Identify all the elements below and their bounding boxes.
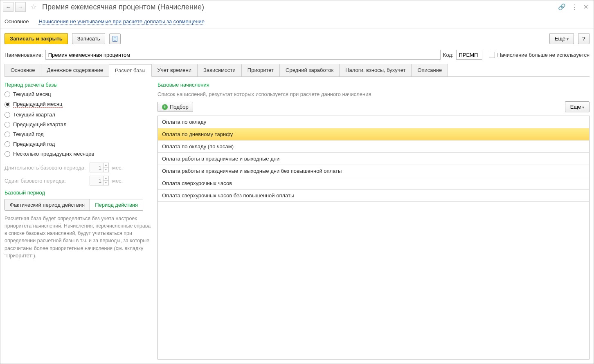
tab-description[interactable]: Описание — [411, 64, 448, 76]
tab-deps[interactable]: Зависимости — [197, 64, 242, 76]
nav-forward-button[interactable]: → — [15, 2, 26, 12]
radio-current-year[interactable]: Текущий год — [4, 131, 152, 137]
list-item[interactable]: Оплата по дневному тарифу — [158, 128, 589, 141]
nav-tab-main[interactable]: Основное — [4, 16, 29, 29]
inner-tabs: Основное Денежное содержание Расчет базы… — [4, 64, 590, 77]
close-icon[interactable]: ✕ — [583, 3, 589, 11]
spinner-up-icon[interactable]: ▲ — [104, 176, 108, 181]
select-button-label: Подбор — [170, 104, 189, 110]
link-icon[interactable]: 🔗 — [558, 3, 566, 11]
spinner-buttons: ▲ ▼ — [103, 163, 108, 172]
radio-icon — [4, 112, 10, 118]
radio-label: Текущий квартал — [13, 112, 55, 118]
save-close-button[interactable]: Записать и закрыть — [4, 33, 68, 44]
spinner-down-icon[interactable]: ▼ — [104, 181, 108, 185]
content-area: Период расчета базы Текущий месяц Предыд… — [0, 77, 594, 364]
list-item[interactable]: Оплата по окладу (по часам) — [158, 141, 589, 153]
period-radio-group: Текущий месяц Предыдущий месяц Текущий к… — [4, 91, 152, 157]
tab-priority[interactable]: Приоритет — [241, 64, 280, 76]
list-item[interactable]: Оплата по окладу — [158, 116, 589, 128]
window: ← → ☆ Премия ежемесячная процентом (Начи… — [0, 0, 594, 364]
accruals-list: Оплата по окладу Оплата по дневному тари… — [158, 116, 590, 360]
nav-back-button[interactable]: ← — [3, 2, 14, 12]
duration-spinner[interactable]: ▲ ▼ — [90, 163, 109, 172]
no-longer-used-checkbox[interactable]: Начисление больше не используется — [489, 52, 590, 58]
code-input[interactable] — [456, 50, 482, 60]
radio-several-months[interactable]: Несколько предыдущих месяцев — [4, 151, 152, 157]
list-item[interactable]: Оплата работы в праздничные и выходные д… — [158, 153, 589, 165]
titlebar: ← → ☆ Премия ежемесячная процентом (Начи… — [0, 0, 594, 13]
document-icon — [112, 36, 117, 42]
name-input[interactable] — [45, 50, 441, 60]
select-button[interactable]: + Подбор — [158, 102, 193, 112]
offset-spinner[interactable]: ▲ ▼ — [90, 176, 109, 185]
radio-icon — [4, 92, 10, 97]
radio-label: Несколько предыдущих месяцев — [13, 151, 94, 157]
checkbox-icon — [489, 52, 495, 58]
help-button[interactable]: ? — [578, 33, 590, 44]
duration-unit: мес. — [112, 165, 123, 171]
tab-avg-earning[interactable]: Средний заработок — [279, 64, 340, 76]
radio-label: Предыдущий квартал — [13, 121, 67, 127]
list-item[interactable]: Оплата работы в праздничные и выходные д… — [158, 165, 589, 177]
toggle-action-period[interactable]: Период действия — [90, 199, 143, 210]
base-period-toggle: Фактический период действия Период дейст… — [4, 199, 143, 211]
right-panel: Базовые начисления Список начислений, ре… — [158, 82, 590, 360]
duration-row: Длительность базового периода: ▲ ▼ мес. — [4, 163, 152, 172]
left-panel: Период расчета базы Текущий месяц Предыд… — [4, 82, 152, 360]
tab-money[interactable]: Денежное содержание — [41, 64, 109, 76]
spinner-up-icon[interactable]: ▲ — [104, 163, 108, 167]
nav-tabs: Основное Начисления не учитываемые при р… — [0, 13, 594, 29]
tab-main[interactable]: Основное — [4, 64, 41, 76]
base-period-title: Базовый период — [4, 190, 152, 196]
title-icons: 🔗 ⋮ ✕ — [558, 3, 591, 11]
radio-icon — [4, 102, 10, 107]
offset-row: Сдвиг базового периода: ▲ ▼ мес. — [4, 176, 152, 185]
radio-label: Текущий год — [13, 131, 44, 137]
offset-input[interactable] — [90, 176, 103, 185]
offset-unit: мес. — [112, 178, 123, 184]
name-label: Наименование: — [4, 52, 43, 58]
main-toolbar: Записать и закрыть Записать Еще ? — [0, 29, 594, 48]
radio-icon — [4, 122, 10, 127]
radio-label: Предыдущий год — [13, 141, 55, 147]
code-label: Код: — [443, 52, 454, 58]
toggle-actual-period[interactable]: Фактический период действия — [5, 199, 90, 210]
right-more-button[interactable]: Еще — [565, 101, 590, 112]
radio-icon — [4, 151, 10, 157]
base-accruals-hint: Список начислений, результат которых исп… — [158, 91, 590, 97]
radio-prev-quarter[interactable]: Предыдущий квартал — [4, 121, 152, 127]
radio-current-quarter[interactable]: Текущий квартал — [4, 112, 152, 118]
radio-icon — [4, 141, 10, 147]
right-toolbar: + Подбор Еще — [158, 101, 590, 112]
radio-icon — [4, 132, 10, 137]
save-button[interactable]: Записать — [72, 33, 106, 44]
info-text: Расчетная база будет определяться без уч… — [4, 215, 152, 259]
name-code-row: Наименование: Код: Начисление больше не … — [0, 48, 594, 64]
tab-time[interactable]: Учет времени — [151, 64, 198, 76]
list-item[interactable]: Оплата сверхурочных часов без повышенной… — [158, 190, 589, 202]
base-accruals-title: Базовые начисления — [158, 82, 590, 88]
more-button[interactable]: Еще — [549, 33, 574, 44]
radio-prev-year[interactable]: Предыдущий год — [4, 141, 152, 147]
radio-current-month[interactable]: Текущий месяц — [4, 91, 152, 97]
kebab-menu-icon[interactable]: ⋮ — [572, 3, 578, 11]
radio-label: Предыдущий месяц — [13, 101, 63, 108]
duration-input[interactable] — [90, 163, 103, 172]
favorite-star-icon[interactable]: ☆ — [29, 2, 38, 11]
no-longer-used-label: Начисление больше не используется — [497, 52, 590, 58]
radio-label: Текущий месяц — [13, 91, 51, 97]
plus-icon: + — [162, 104, 168, 110]
document-icon-button[interactable] — [109, 33, 121, 44]
offset-label: Сдвиг базового периода: — [4, 178, 86, 184]
period-section-title: Период расчета базы — [4, 82, 152, 88]
spinner-down-icon[interactable]: ▼ — [104, 167, 108, 172]
list-item[interactable]: Оплата сверхурочных часов — [158, 177, 589, 190]
tab-taxes[interactable]: Налоги, взносы, бухучет — [339, 64, 412, 76]
window-title: Премия ежемесячная процентом (Начисление… — [42, 3, 556, 11]
tab-base-calc[interactable]: Расчет базы — [109, 64, 152, 77]
radio-prev-month[interactable]: Предыдущий месяц — [4, 101, 152, 108]
nav-tab-excluded-link[interactable]: Начисления не учитываемые при расчете до… — [39, 16, 205, 29]
spinner-buttons: ▲ ▼ — [103, 176, 108, 185]
duration-label: Длительность базового периода: — [4, 165, 86, 171]
